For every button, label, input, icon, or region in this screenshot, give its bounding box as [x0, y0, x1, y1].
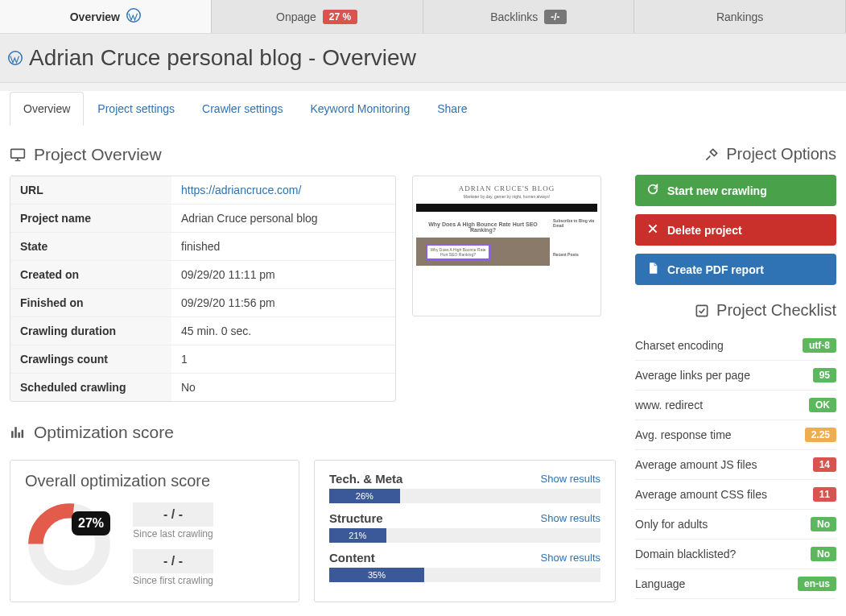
- tab-badge: -/-: [544, 10, 566, 24]
- project-overview-heading: Project Overview: [34, 145, 162, 164]
- checklist-badge: 95: [813, 368, 836, 382]
- info-row: URLhttps://adriancruce.com/: [10, 176, 395, 205]
- checklist-badge: 11: [813, 487, 836, 502]
- show-results-link[interactable]: Show results: [541, 552, 600, 564]
- score-row: ContentShow results35%: [329, 551, 600, 582]
- project-checklist-heading: Project Checklist: [716, 301, 836, 320]
- wordpress-icon: [8, 51, 23, 65]
- info-row: Project nameAdrian Cruce personal blog: [10, 205, 395, 233]
- checklist-item: Average amount CSS files11: [635, 480, 836, 510]
- delete-project-button[interactable]: Delete project: [635, 214, 836, 246]
- subtab-overview[interactable]: Overview: [10, 92, 84, 126]
- checklist-badge: No: [811, 547, 836, 561]
- page-title: Adrian Cruce personal blog - Overview: [29, 45, 416, 71]
- checklist-item: Charset encodingutf-8: [635, 331, 836, 361]
- show-results-link[interactable]: Show results: [541, 473, 600, 485]
- tab-backlinks[interactable]: Backlinks-/-: [423, 0, 635, 33]
- score-row: Tech. & MetaShow results26%: [329, 472, 600, 503]
- score-gauge: 27%: [25, 500, 113, 589]
- tab-overview[interactable]: Overview: [0, 0, 212, 33]
- tab-rankings[interactable]: Rankings: [634, 0, 846, 33]
- checklist-item: Average links per page95: [635, 361, 836, 391]
- svg-rect-5: [696, 305, 707, 316]
- subtab-project-settings[interactable]: Project settings: [84, 92, 188, 126]
- overall-score-panel: Overall optimization score 27% - / -Sinc…: [10, 460, 299, 602]
- info-row: Crawling duration45 min. 0 sec.: [10, 317, 395, 345]
- subtab-keyword-monitoring[interactable]: Keyword Monitoring: [296, 92, 423, 126]
- tab-onpage[interactable]: Onpage27 %: [212, 0, 423, 33]
- barchart-icon: [10, 424, 26, 440]
- project-options-heading: Project Options: [726, 145, 836, 163]
- checklist-item: Avg. response time2.25: [635, 420, 836, 450]
- show-results-link[interactable]: Show results: [541, 512, 600, 524]
- checklist-badge: 2.25: [805, 428, 836, 442]
- svg-rect-2: [11, 149, 25, 158]
- checklist-item: www. redirectOK: [635, 391, 836, 420]
- start-new-crawling-button[interactable]: Start new crawling: [635, 175, 836, 206]
- info-row: Finished on09/29/20 11:56 pm: [10, 289, 395, 317]
- checklist-item: Domain blacklisted?No: [635, 540, 836, 569]
- info-row: Scheduled crawlingNo: [10, 374, 395, 402]
- tools-icon: [704, 147, 720, 163]
- checklist-badge: OK: [809, 398, 836, 412]
- site-preview: ADRIAN CRUCE'S BLOG Marketer by day, gam…: [412, 176, 601, 316]
- subtab-crawler-settings[interactable]: Crawler settings: [188, 92, 296, 126]
- optimization-score-heading: Optimization score: [34, 423, 174, 442]
- subtab-share[interactable]: Share: [423, 92, 481, 126]
- project-info-table: URLhttps://adriancruce.com/Project nameA…: [10, 176, 396, 402]
- refresh-icon: [646, 183, 659, 198]
- since-label: Since first crawling: [133, 575, 213, 586]
- since-value: - / -: [133, 502, 213, 527]
- score-row: StructureShow results21%: [329, 511, 600, 543]
- create-pdf-report-button[interactable]: Create PDF report: [635, 254, 836, 285]
- checklist-item: Only for adultsNo: [635, 510, 836, 540]
- checklist-item: Average amount JS files14: [635, 450, 836, 480]
- info-row: Crawlings count1: [10, 345, 395, 374]
- checklist-badge: No: [811, 517, 836, 531]
- checklist-badge: utf-8: [803, 338, 836, 353]
- close-icon: [646, 222, 659, 238]
- tab-badge: 27 %: [323, 10, 357, 24]
- project-url-link[interactable]: https://adriancruce.com/: [181, 184, 301, 196]
- score-breakdown-panel: Tech. & MetaShow results26%StructureShow…: [314, 460, 616, 602]
- wordpress-icon: [126, 8, 141, 25]
- info-row: Created on09/29/20 11:11 pm: [10, 261, 395, 289]
- info-row: Statefinished: [10, 233, 395, 261]
- file-icon: [646, 262, 659, 277]
- checklist-badge: en-us: [798, 577, 836, 591]
- checklist-icon: [694, 303, 710, 319]
- since-label: Since last crawling: [133, 528, 213, 540]
- monitor-icon: [10, 147, 26, 163]
- since-value: - / -: [133, 549, 213, 573]
- checklist-item: Languageen-us: [635, 569, 836, 599]
- checklist-badge: 14: [813, 457, 836, 472]
